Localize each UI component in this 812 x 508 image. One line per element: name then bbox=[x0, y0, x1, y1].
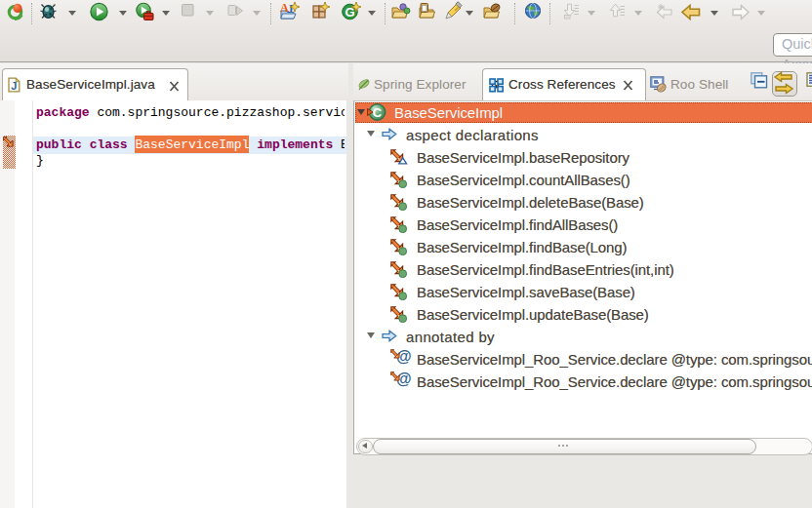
svg-text:J: J bbox=[11, 80, 17, 92]
svg-text:C: C bbox=[373, 105, 383, 120]
svg-text:J: J bbox=[288, 2, 294, 16]
